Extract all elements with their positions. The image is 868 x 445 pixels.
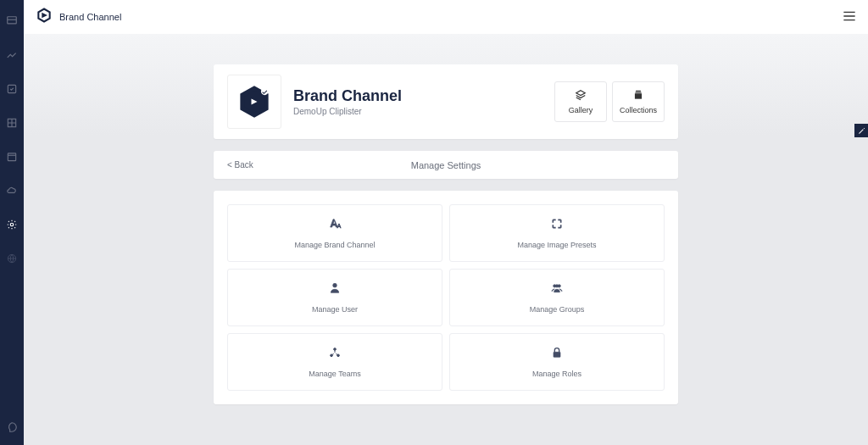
layers-icon <box>575 89 587 103</box>
tile-manage-user[interactable]: Manage User <box>227 269 442 326</box>
gallery-label: Gallery <box>569 106 593 114</box>
page-title: Manage Settings <box>411 160 481 170</box>
channel-title: Brand Channel <box>293 87 542 105</box>
tile-manage-groups[interactable]: Manage Groups <box>449 269 665 326</box>
tile-label: Manage Roles <box>532 370 581 378</box>
svg-point-11 <box>333 283 337 287</box>
svg-rect-0 <box>8 17 17 24</box>
svg-point-15 <box>334 348 337 351</box>
logo[interactable]: Brand Channel <box>36 7 121 27</box>
channel-subtitle: DemoUp Cliplister <box>293 107 542 116</box>
sidebar-item-settings[interactable] <box>6 219 18 231</box>
collections-label: Collections <box>620 106 657 114</box>
settings-grid-card: A Manage Brand Channel Manage Image Pres… <box>214 191 678 404</box>
crop-icon <box>549 217 565 234</box>
svg-rect-8 <box>636 92 642 93</box>
svg-text:A: A <box>337 223 342 229</box>
sidebar-item-help[interactable] <box>6 421 18 433</box>
tile-label: Manage Teams <box>309 370 360 378</box>
edit-tab[interactable] <box>854 124 868 137</box>
gallery-button[interactable]: Gallery <box>554 81 607 122</box>
tile-label: Manage Brand Channel <box>294 241 375 249</box>
teams-icon <box>327 346 342 363</box>
sidebar-item-cloud[interactable] <box>6 185 18 197</box>
sidebar-item-grid[interactable] <box>6 117 18 129</box>
header-card: Brand Channel DemoUp Cliplister Gallery <box>214 64 678 139</box>
groups-icon <box>549 281 565 298</box>
svg-point-6 <box>261 87 269 95</box>
font-icon: A <box>327 217 342 234</box>
channel-avatar[interactable] <box>227 75 281 129</box>
svg-point-14 <box>555 285 558 287</box>
collections-button[interactable]: Collections <box>612 81 665 122</box>
svg-rect-7 <box>635 93 642 98</box>
breadcrumb: < Back Manage Settings <box>214 151 678 179</box>
sidebar-item-globe[interactable] <box>6 253 18 264</box>
lock-icon <box>549 346 565 363</box>
tile-label: Manage Groups <box>530 305 585 314</box>
tile-manage-teams[interactable]: Manage Teams <box>227 333 442 391</box>
user-icon <box>327 281 342 298</box>
topbar: Brand Channel <box>24 0 868 34</box>
svg-rect-9 <box>636 91 641 92</box>
sidebar-item-calendar[interactable] <box>6 151 18 163</box>
svg-point-4 <box>10 223 14 226</box>
svg-rect-3 <box>8 153 15 161</box>
sidebar <box>0 0 24 445</box>
svg-rect-18 <box>554 352 560 357</box>
collections-icon <box>632 89 644 103</box>
tile-manage-image-presets[interactable]: Manage Image Presets <box>449 204 665 262</box>
tile-label: Manage User <box>312 305 358 314</box>
hamburger-menu[interactable] <box>843 9 856 25</box>
back-link[interactable]: < Back <box>227 160 253 170</box>
sidebar-item-dashboard[interactable] <box>6 15 18 27</box>
main: Brand Channel Brand Channel DemoUp Clip <box>24 0 868 445</box>
logo-icon <box>36 7 53 27</box>
sidebar-item-approve[interactable] <box>6 83 18 95</box>
title-block: Brand Channel DemoUp Cliplister <box>293 87 542 116</box>
tile-label: Manage Image Presets <box>517 241 596 249</box>
brand-name: Brand Channel <box>59 12 121 22</box>
content: Brand Channel DemoUp Cliplister Gallery <box>24 34 868 445</box>
tile-manage-brand-channel[interactable]: A Manage Brand Channel <box>227 204 442 262</box>
sidebar-item-analytics[interactable] <box>6 49 18 61</box>
tile-manage-roles[interactable]: Manage Roles <box>449 333 665 391</box>
